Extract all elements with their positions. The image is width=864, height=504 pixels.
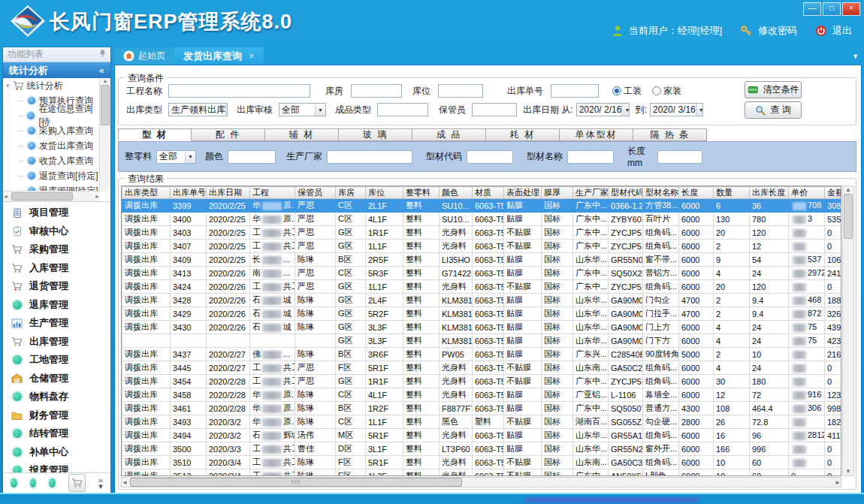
audit-select[interactable]: 全部▼ — [279, 103, 326, 116]
material-tab[interactable]: 配 件 — [192, 128, 265, 141]
column-header[interactable]: 整零料 — [403, 187, 440, 199]
sidebar-module-采购管理[interactable]: 采购管理 — [3, 240, 110, 259]
overflow-chevron[interactable]: »▾ — [98, 477, 103, 489]
column-header[interactable]: 保管员 — [295, 187, 336, 199]
table-row[interactable]: 调拨出库34942020/3/2石辉城汤伟M区5R1F整料光身料6063-T5贴… — [122, 429, 842, 442]
table-row[interactable]: 调拨出库34132020/2/26南...严思C区5R3F整料G71422606… — [122, 267, 842, 280]
material-tab[interactable]: 单体型材 — [560, 128, 633, 141]
color-input[interactable] — [228, 150, 276, 164]
table-row[interactable]: 调拨出库34002020/2/25华原...严思C区4L1F整料SU10...6… — [122, 213, 842, 226]
sidebar-module-补单中心[interactable]: 补单中心 — [3, 443, 110, 462]
sidebar-module-项目管理[interactable]: 项目管理 — [3, 204, 110, 222]
sidebar-module-财务管理[interactable]: 财务管理 — [3, 406, 110, 425]
table-row[interactable]: 调拨出库34452020/2/27工共工程严思F区5R1F整料光身料6063-T… — [122, 361, 842, 375]
table-row[interactable]: 调拨出库34932020/3/2华原...陈琳C区1L1F整料黑色塑料不贴膜国标… — [122, 415, 842, 429]
product-type-input[interactable] — [377, 103, 428, 116]
tree-item[interactable]: 收货入库查询 — [3, 153, 100, 168]
maximize-button[interactable]: □ — [823, 2, 841, 16]
tab-active[interactable]: 发货出库查询 × — [174, 47, 264, 65]
date-to-select[interactable]: 2020/ 3/16▼ — [650, 103, 703, 116]
tree-item[interactable]: 退货查询[待定] — [3, 168, 100, 183]
table-row[interactable]: 调拨出库35102020/3/4工共工程陈琳F区5R1F整料光身料6063-T5… — [122, 456, 842, 469]
whole-select[interactable]: 全部▼ — [156, 150, 196, 164]
column-header[interactable]: 出库单号 — [171, 187, 207, 199]
table-row[interactable]: 调拨出库34302020/2/26石城陈琳G区3L3F整料KLM38176063… — [122, 321, 842, 334]
column-header[interactable]: 膜厚 — [542, 187, 573, 199]
scrollbar-thumb[interactable] — [11, 192, 73, 201]
table-row[interactable]: 调拨出库34292020/2/26石城陈琳G区5R2F整料KLM38176063… — [122, 307, 842, 321]
scrollbar-thumb[interactable] — [101, 85, 110, 125]
logout-link[interactable]: 退出 — [832, 24, 852, 38]
maker-input[interactable] — [327, 150, 412, 164]
scroll-left-arrow-icon[interactable]: ◄ — [3, 194, 8, 199]
location-input[interactable] — [438, 84, 483, 98]
table-row[interactable]: 调拨出库35122020/3/4工共工程陈琳F区1L2F整料光身料6063-T5… — [122, 469, 842, 477]
table-row[interactable]: 调拨出库34582020/2/28华原...陈琳C区4L1F整料光身料6063-… — [122, 388, 842, 402]
clear-conditions-button[interactable]: 清空条件 — [745, 81, 802, 98]
table-row[interactable]: 调拨出库34242020/2/26工共工程严思G区1L1F整料光身料6063-T… — [122, 280, 842, 294]
length-input[interactable] — [657, 150, 702, 164]
sidebar-module-物料盘存[interactable]: 物料盘存 — [3, 388, 110, 406]
scroll-right-arrow-icon[interactable]: ► — [95, 194, 100, 199]
change-password-link[interactable]: 修改密码 — [758, 24, 797, 38]
sidebar-module-入库管理[interactable]: 入库管理 — [3, 259, 110, 278]
quick-dot-icon[interactable] — [11, 478, 17, 487]
material-tab[interactable]: 玻 璃 — [339, 128, 412, 141]
column-header[interactable]: 数量 — [714, 187, 750, 199]
minimize-button[interactable]: — — [803, 2, 821, 16]
collapse-icon[interactable]: « — [99, 65, 104, 76]
column-header[interactable]: 金额 — [825, 187, 842, 199]
tree-item[interactable]: 发货出库查询 — [3, 138, 100, 153]
material-tab[interactable]: 辅 材 — [265, 128, 339, 141]
name-input[interactable] — [567, 150, 614, 164]
tree-root[interactable]: ▾ 统计分析 — [3, 78, 100, 93]
table-row[interactable]: 调拨出库34072020/2/25工共工程严思G区1L1F整料光身料6063-T… — [122, 240, 842, 253]
cart-toolbar-button[interactable] — [68, 474, 86, 492]
column-header[interactable]: 长度 — [679, 187, 714, 199]
column-header[interactable]: 颜色 — [440, 187, 473, 199]
scrollbar-thumb[interactable] — [844, 194, 853, 239]
column-header[interactable]: 生产厂家 — [573, 187, 609, 199]
table-row[interactable]: 调拨出库34372020/2/27佛...陈琳B区3R6F整料PW056063-… — [122, 348, 842, 361]
results-vertical-scrollbar[interactable]: ▲▼ — [842, 186, 854, 476]
table-row[interactable]: 调拨出库34612020/2/28华原...陈琳B区1R2F整料F8877FT6… — [122, 402, 842, 415]
tree-horizontal-scrollbar[interactable]: ◄► — [3, 191, 100, 201]
tree-item[interactable]: 采购入库查询 — [3, 123, 100, 138]
material-tab[interactable]: 隔 热 条 — [633, 128, 707, 141]
column-header[interactable]: 型材代码 — [609, 187, 643, 199]
sidebar-module-生产管理[interactable]: 生产管理 — [3, 314, 110, 333]
column-header[interactable]: 出库类型 — [122, 187, 171, 199]
sidebar-group-header[interactable]: 统计分析 « — [3, 62, 110, 78]
column-header[interactable]: 单价 — [789, 187, 825, 199]
column-header[interactable]: 工程 — [250, 187, 295, 199]
column-header[interactable]: 出库日期 — [207, 187, 250, 199]
column-header[interactable]: 材质 — [473, 187, 504, 199]
sidebar-module-结转管理[interactable]: 结转管理 — [3, 424, 110, 443]
scroll-left-arrow-icon[interactable]: ◄ — [122, 479, 128, 486]
sidebar-module-报废管理[interactable]: 报废管理 — [3, 461, 110, 472]
quick-dot-icon[interactable] — [30, 478, 37, 487]
out-type-select[interactable]: 生产领料出库▼ — [168, 103, 228, 116]
search-button[interactable]: 查 询 — [745, 101, 802, 119]
order-no-input[interactable] — [551, 84, 599, 98]
table-row[interactable]: G区3L3F整料KLM38176063-T5贴膜国标山东华...GA90M09.… — [122, 334, 842, 348]
tab-close-icon[interactable]: × — [249, 50, 255, 62]
material-tab[interactable]: 耗 材 — [486, 128, 560, 141]
tab-overflow-icon[interactable]: ▼ — [852, 53, 859, 60]
column-header[interactable]: 出库长度 — [750, 187, 789, 199]
pin-icon[interactable] — [99, 49, 106, 60]
table-row[interactable]: 调拨出库33992020/2/25华原...严思C区2L1F整料SU10...6… — [122, 199, 842, 213]
date-from-select[interactable]: 2020/ 2/16▼ — [576, 103, 630, 116]
quick-dot-icon[interactable] — [49, 478, 56, 487]
radio-home[interactable] — [652, 86, 661, 95]
table-row[interactable]: 调拨出库34282020/2/26石城陈琳G区2L4F整料KLM38176063… — [122, 294, 842, 307]
table-row[interactable]: 调拨出库34092020/2/25长...陈琳B区2R5F整料LI35HO606… — [122, 253, 842, 267]
material-tab[interactable]: 成 品 — [412, 128, 486, 141]
sidebar-module-退库管理[interactable]: 退库管理 — [3, 296, 110, 315]
radio-industrial[interactable] — [612, 86, 621, 95]
sidebar-module-退货管理[interactable]: 退货管理 — [3, 277, 110, 296]
column-header[interactable]: 库位 — [366, 187, 403, 199]
column-header[interactable]: 表面处理 — [504, 187, 542, 199]
sidebar-module-出库管理[interactable]: 出库管理 — [3, 333, 110, 352]
tab-home[interactable]: 起始页 — [114, 47, 174, 65]
